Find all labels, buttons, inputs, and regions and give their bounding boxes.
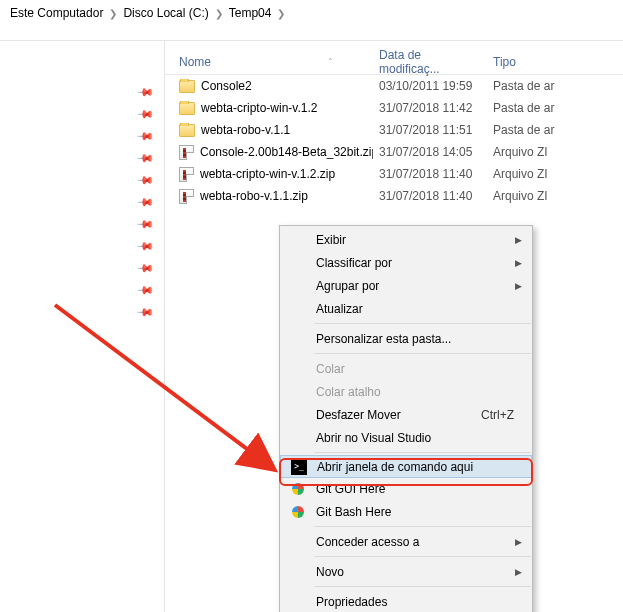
menu-separator <box>314 323 531 324</box>
menu-item-paste-shortcut: Colar atalho <box>280 380 532 403</box>
pin-icon: 📌 <box>135 170 154 189</box>
quick-access-slot[interactable]: 📌 <box>0 301 164 323</box>
pin-icon: 📌 <box>135 192 154 211</box>
menu-label: Agrupar por <box>316 279 379 293</box>
quick-access-slot[interactable]: 📌 <box>0 125 164 147</box>
file-date-cell: 31/07/2018 11:40 <box>373 167 483 181</box>
file-name-cell[interactable]: webta-robo-v.1.1.zip <box>165 189 373 204</box>
file-row[interactable]: Console-2.00b148-Beta_32bit.zip31/07/201… <box>165 141 623 163</box>
column-date[interactable]: Data de modificaç... <box>373 48 483 76</box>
file-date-cell: 31/07/2018 11:42 <box>373 101 483 115</box>
breadcrumb-item[interactable]: Este Computador <box>10 6 103 20</box>
menu-item-git-bash[interactable]: Git Bash Here <box>280 500 532 523</box>
sort-indicator-icon: ˄ <box>328 57 333 67</box>
quick-access-slot[interactable]: 📌 <box>0 103 164 125</box>
file-type-cell: Arquivo ZI <box>483 145 563 159</box>
file-name-cell[interactable]: webta-robo-v.1.1 <box>165 123 373 137</box>
breadcrumb-item[interactable]: Temp04 <box>229 6 272 20</box>
menu-label: Conceder acesso a <box>316 535 419 549</box>
menu-item-open-vs[interactable]: Abrir no Visual Studio <box>280 426 532 449</box>
file-name: webta-robo-v.1.1.zip <box>200 189 308 203</box>
quick-access-slot[interactable]: 📌 <box>0 257 164 279</box>
column-name-label: Nome <box>179 55 211 69</box>
file-date-cell: 31/07/2018 11:51 <box>373 123 483 137</box>
file-name: webta-robo-v.1.1 <box>201 123 290 137</box>
menu-separator <box>314 556 531 557</box>
pin-icon: 📌 <box>135 280 154 299</box>
quick-access-slot[interactable]: 📌 <box>0 279 164 301</box>
column-type[interactable]: Tipo <box>483 55 563 69</box>
menu-label: Git GUI Here <box>316 482 385 496</box>
menu-item-group[interactable]: Agrupar por <box>280 274 532 297</box>
file-date-cell: 31/07/2018 11:40 <box>373 189 483 203</box>
pin-icon: 📌 <box>135 302 154 321</box>
menu-item-git-gui[interactable]: Git GUI Here <box>280 477 532 500</box>
quick-access-slot[interactable]: 📌 <box>0 147 164 169</box>
menu-label: Colar <box>316 362 345 376</box>
menu-shortcut: Ctrl+Z <box>481 408 514 422</box>
menu-separator <box>314 526 531 527</box>
menu-item-paste: Colar <box>280 357 532 380</box>
file-name: Console2 <box>201 79 252 93</box>
menu-item-view[interactable]: Exibir <box>280 228 532 251</box>
menu-label: Abrir janela de comando aqui <box>317 460 473 474</box>
chevron-right-icon: ❯ <box>215 8 223 19</box>
pin-icon: 📌 <box>135 82 154 101</box>
file-name-cell[interactable]: webta-cripto-win-v.1.2.zip <box>165 167 373 182</box>
menu-label: Atualizar <box>316 302 363 316</box>
file-name: webta-cripto-win-v.1.2 <box>201 101 317 115</box>
pin-icon: 📌 <box>135 214 154 233</box>
zip-icon <box>179 167 194 182</box>
menu-label: Classificar por <box>316 256 392 270</box>
menu-separator <box>314 586 531 587</box>
file-name: Console-2.00b148-Beta_32bit.zip <box>200 145 373 159</box>
pin-icon: 📌 <box>135 148 154 167</box>
breadcrumb-item[interactable]: Disco Local (C:) <box>123 6 208 20</box>
pin-icon: 📌 <box>135 104 154 123</box>
file-row[interactable]: webta-cripto-win-v.1.231/07/2018 11:42Pa… <box>165 97 623 119</box>
quick-access-slot[interactable]: 📌 <box>0 191 164 213</box>
file-name: webta-cripto-win-v.1.2.zip <box>200 167 335 181</box>
quick-access-slot[interactable]: 📌 <box>0 213 164 235</box>
menu-item-properties[interactable]: Propriedades <box>280 590 532 612</box>
menu-item-refresh[interactable]: Atualizar <box>280 297 532 320</box>
file-row[interactable]: webta-robo-v.1.131/07/2018 11:51Pasta de… <box>165 119 623 141</box>
file-type-cell: Pasta de ar <box>483 79 563 93</box>
menu-item-open-command[interactable]: Abrir janela de comando aqui <box>280 455 532 478</box>
file-type-cell: Arquivo ZI <box>483 167 563 181</box>
cmd-icon <box>291 459 307 475</box>
column-name[interactable]: Nome ˄ <box>165 55 373 69</box>
menu-label: Personalizar esta pasta... <box>316 332 451 346</box>
menu-separator <box>314 452 531 453</box>
chevron-right-icon: ❯ <box>277 8 285 19</box>
menu-item-sort[interactable]: Classificar por <box>280 251 532 274</box>
file-name-cell[interactable]: Console-2.00b148-Beta_32bit.zip <box>165 145 373 160</box>
folder-icon <box>179 80 195 93</box>
quick-access-slot[interactable]: 📌 <box>0 81 164 103</box>
menu-separator <box>314 353 531 354</box>
quick-access-slot[interactable]: 📌 <box>0 169 164 191</box>
file-name-cell[interactable]: Console2 <box>165 79 373 93</box>
menu-item-new[interactable]: Novo <box>280 560 532 583</box>
file-type-cell: Pasta de ar <box>483 123 563 137</box>
menu-item-undo[interactable]: Desfazer Mover Ctrl+Z <box>280 403 532 426</box>
file-row[interactable]: webta-cripto-win-v.1.2.zip31/07/2018 11:… <box>165 163 623 185</box>
menu-label: Desfazer Mover <box>316 408 401 422</box>
file-row[interactable]: webta-robo-v.1.1.zip31/07/2018 11:40Arqu… <box>165 185 623 207</box>
file-type-cell: Pasta de ar <box>483 101 563 115</box>
menu-item-grant-access[interactable]: Conceder acesso a <box>280 530 532 553</box>
zip-icon <box>179 145 194 160</box>
file-row[interactable]: Console203/10/2011 19:59Pasta de ar <box>165 75 623 97</box>
quick-access-slot[interactable]: 📌 <box>0 235 164 257</box>
context-menu: Exibir Classificar por Agrupar por Atual… <box>279 225 533 612</box>
menu-item-customize[interactable]: Personalizar esta pasta... <box>280 327 532 350</box>
file-name-cell[interactable]: webta-cripto-win-v.1.2 <box>165 101 373 115</box>
menu-label: Exibir <box>316 233 346 247</box>
pin-icon: 📌 <box>135 258 154 277</box>
column-headers: Nome ˄ Data de modificaç... Tipo <box>165 49 623 75</box>
breadcrumb[interactable]: Este Computador ❯ Disco Local (C:) ❯ Tem… <box>0 0 623 26</box>
chevron-right-icon: ❯ <box>109 8 117 19</box>
file-date-cell: 31/07/2018 14:05 <box>373 145 483 159</box>
menu-label: Propriedades <box>316 595 387 609</box>
git-icon <box>290 504 306 520</box>
